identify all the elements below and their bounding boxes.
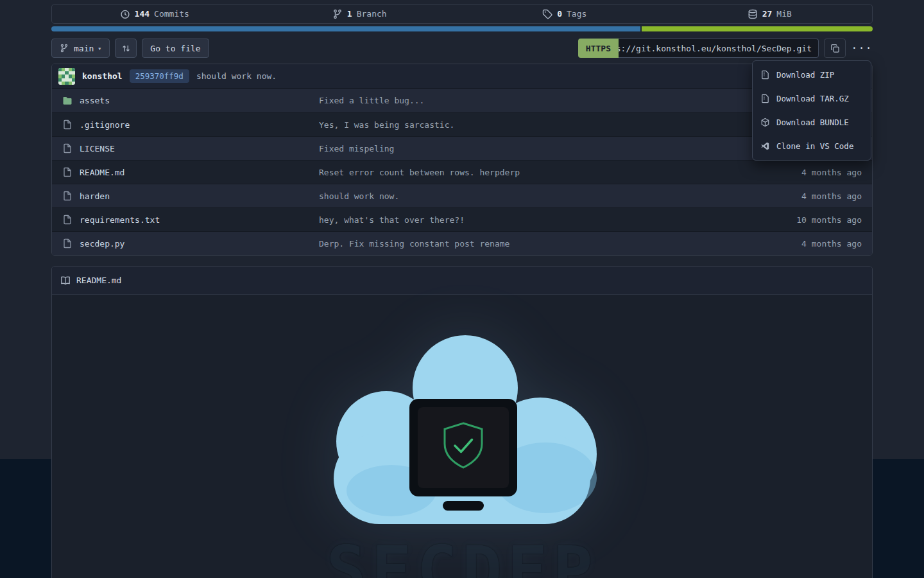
commit-hash-badge[interactable]: 259370ff9d — [130, 69, 189, 83]
readme-title: README.md — [76, 276, 121, 285]
file-zip-icon — [760, 94, 770, 103]
commits-label: Commits — [154, 9, 189, 19]
commit-message[interactable]: should work now. — [196, 71, 277, 81]
menu-item-label: Clone in VS Code — [776, 141, 853, 151]
file-commit-message[interactable]: should work now. — [319, 191, 714, 201]
file-name[interactable]: secdep.py — [80, 239, 124, 249]
author-avatar[interactable] — [58, 68, 75, 85]
file-name[interactable]: README.md — [80, 168, 124, 177]
go-to-file-label: Go to file — [150, 44, 200, 53]
clone-url-input[interactable]: https://git.konsthol.eu/konsthol/SecDep.… — [619, 39, 819, 58]
menu-item-clone-vscode[interactable]: Clone in VS Code — [753, 134, 871, 158]
file-name[interactable]: assets — [80, 96, 110, 105]
download-menu: Download ZIP Download TAR.GZ Download BU… — [752, 60, 871, 161]
secdep-logo-title: SECDEP — [52, 537, 872, 578]
kebab-icon: ··· — [851, 42, 873, 55]
file-age: 4 months ago — [714, 168, 862, 177]
file-icon — [62, 215, 73, 225]
table-row: LICENSE Fixed mispeling — [52, 136, 872, 160]
https-label: HTTPS — [586, 44, 611, 53]
file-age: 4 months ago — [714, 239, 862, 249]
file-name[interactable]: .gitignore — [80, 120, 130, 130]
compare-icon — [121, 44, 131, 53]
file-icon — [62, 167, 73, 177]
size-value: 27 — [762, 9, 773, 19]
database-icon — [748, 9, 758, 19]
menu-item-label: Download BUNDLE — [776, 118, 849, 127]
menu-item-label: Download ZIP — [776, 70, 834, 80]
compare-branches-button[interactable] — [115, 39, 137, 58]
file-icon — [62, 143, 73, 153]
file-name[interactable]: harden — [80, 191, 110, 201]
repo-stats-bar: 144 Commits 1 Branch 0 Tags 27 MiB — [51, 4, 873, 24]
go-to-file-button[interactable]: Go to file — [142, 39, 209, 58]
file-commit-message[interactable]: Fixed mispeling — [319, 144, 714, 153]
folder-icon — [62, 96, 73, 106]
language-segment-green — [642, 26, 873, 31]
readme-content: SECDEP — [52, 295, 872, 578]
readme-panel: README.md — [51, 266, 873, 578]
https-protocol-button[interactable]: HTTPS — [578, 39, 619, 58]
branch-selector-button[interactable]: main ▾ — [51, 39, 110, 58]
file-commit-message[interactable]: Yes, I was being sarcastic. — [319, 120, 714, 130]
file-name[interactable]: requirements.txt — [80, 215, 160, 225]
size-label: MiB — [776, 9, 791, 19]
readme-header: README.md — [52, 267, 872, 295]
table-row: README.md Reset error count between rows… — [52, 160, 872, 184]
menu-item-label: Download TAR.GZ — [776, 94, 849, 103]
copy-url-button[interactable] — [824, 39, 846, 58]
stat-commits[interactable]: 144 Commits — [52, 9, 257, 19]
repo-toolbar: main ▾ Go to file HTTPS https://git.kons… — [51, 39, 873, 58]
clone-url-text: https://git.konsthol.eu/konsthol/SecDep.… — [619, 44, 812, 53]
stat-tags[interactable]: 0 Tags — [462, 9, 667, 19]
vscode-icon — [760, 141, 770, 151]
package-icon — [760, 118, 770, 127]
secdep-cloud-logo-image — [314, 327, 610, 539]
identicon-image — [58, 68, 75, 85]
history-icon — [120, 9, 130, 19]
file-icon — [62, 191, 73, 201]
file-commit-message[interactable]: Fixed a little bug... — [319, 96, 714, 105]
file-icon — [62, 119, 73, 130]
tags-count: 0 — [557, 9, 562, 19]
stat-size[interactable]: 27 MiB — [667, 9, 873, 19]
file-list-panel: konsthol 259370ff9d should work now. ass… — [51, 64, 873, 256]
file-age: 10 months ago — [714, 215, 862, 225]
copy-icon — [830, 44, 840, 53]
menu-item-download-bundle[interactable]: Download BUNDLE — [753, 110, 871, 134]
file-icon — [62, 238, 73, 249]
menu-item-download-zip[interactable]: Download ZIP — [753, 63, 871, 87]
stat-branches[interactable]: 1 Branch — [257, 9, 463, 19]
file-name[interactable]: LICENSE — [80, 144, 115, 153]
latest-commit-row: konsthol 259370ff9d should work now. — [52, 64, 872, 89]
language-stats-bar[interactable] — [51, 26, 873, 31]
clone-url-group: HTTPS https://git.konsthol.eu/konsthol/S… — [578, 39, 819, 58]
commit-author[interactable]: konsthol — [82, 71, 123, 81]
table-row: secdep.py Derp. Fix missing constant pos… — [52, 231, 872, 255]
branches-count: 1 — [347, 9, 352, 19]
table-row: .gitignore Yes, I was being sarcastic. — [52, 112, 872, 136]
book-icon — [60, 276, 71, 286]
file-rows: assets Fixed a little bug... .gitignore … — [52, 89, 872, 255]
file-zip-icon — [760, 70, 770, 80]
table-row: assets Fixed a little bug... — [52, 89, 872, 112]
table-row: harden should work now. 4 months ago — [52, 184, 872, 207]
caret-down-icon: ▾ — [98, 45, 101, 52]
more-actions-button[interactable]: ··· — [851, 39, 873, 58]
branch-icon — [60, 44, 69, 53]
tags-label: Tags — [567, 9, 586, 19]
file-commit-message[interactable]: Reset error count between rows. herpderp — [319, 168, 714, 177]
commits-count: 144 — [135, 9, 150, 19]
branch-name: main — [74, 44, 94, 53]
menu-item-download-targz[interactable]: Download TAR.GZ — [753, 87, 871, 110]
branches-label: Branch — [357, 9, 387, 19]
file-age: 4 months ago — [714, 191, 862, 201]
table-row: requirements.txt hey, what's that over t… — [52, 207, 872, 231]
tag-icon — [542, 9, 552, 19]
file-commit-message[interactable]: Derp. Fix missing constant post rename — [319, 239, 714, 249]
language-segment-blue — [51, 26, 640, 31]
branch-icon — [332, 9, 343, 19]
file-commit-message[interactable]: hey, what's that over there?! — [319, 215, 714, 225]
